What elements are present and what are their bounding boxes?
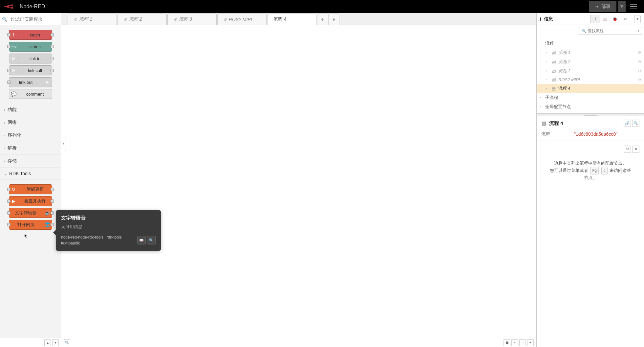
palette-collapse-down[interactable]: ▾	[52, 339, 59, 346]
category-解析[interactable]: ›解析	[0, 142, 61, 155]
zoom-out-button[interactable]: −	[511, 339, 518, 346]
node-tooltip: 文字转语音 无可用信息 node-red-node-rdk-tools : rd…	[56, 210, 161, 251]
chevron-right-icon: ›	[540, 105, 543, 108]
palette-node-status[interactable]: ⟿status	[9, 42, 52, 52]
chevron-down-icon: ⌄	[4, 172, 7, 175]
palette-node-检查并执行[interactable]: ▶检查并执行	[9, 196, 52, 206]
logo	[4, 4, 16, 10]
palette-scroll[interactable]: !catch⟿status➤link in➤link calllink out➤…	[0, 25, 61, 338]
tab-ROS2-MIPI[interactable]: ⊘ROS2 MIPI	[217, 13, 267, 25]
deploy-menu-caret[interactable]: ▼	[618, 1, 626, 12]
tree-subflows[interactable]: › 子流程	[537, 93, 644, 102]
palette-node-打开网页[interactable]: 打开网页🌐	[9, 220, 52, 230]
palette-search: 🔍	[0, 13, 61, 25]
node-port	[7, 211, 11, 215]
category-序列化[interactable]: ›序列化	[0, 129, 61, 142]
disabled-icon: ⊘	[637, 59, 641, 64]
chevron-right-icon: ›	[4, 121, 5, 125]
tooltip-search-button[interactable]: 🔍	[147, 236, 156, 244]
palette-node-link-call[interactable]: ➤link call	[9, 65, 52, 75]
flow-icon: ▤	[551, 78, 556, 82]
refresh-icon: ↻	[9, 185, 18, 194]
tree-global-config[interactable]: › 全局配置节点	[537, 102, 644, 111]
info-tab-info[interactable]: i	[590, 15, 600, 23]
info-tab-help[interactable]: 📖	[600, 15, 610, 23]
search-detail-button[interactable]: 🔍	[632, 120, 639, 127]
palette-node-智能更新[interactable]: ↻智能更新	[9, 184, 52, 194]
flow-canvas[interactable]: ‹	[61, 25, 536, 338]
palette-collapse-up[interactable]: ▴	[44, 339, 51, 346]
tooltip-help-button[interactable]: 📖	[137, 236, 146, 244]
arrow-icon: ➤	[9, 54, 18, 63]
navigator-button[interactable]: ▣	[504, 339, 510, 346]
category-功能[interactable]: ›功能	[0, 104, 61, 116]
hamburger-menu[interactable]	[627, 0, 640, 13]
comment-icon: 💬	[9, 89, 18, 99]
link-button[interactable]: 🔗	[624, 120, 631, 127]
flow-search-input[interactable]	[588, 29, 637, 33]
disabled-icon: ⊘	[637, 69, 641, 73]
node-label: status	[18, 44, 52, 49]
palette-collapse-handle[interactable]: ‹	[61, 137, 66, 151]
detail-flow-id: "1d6c803da5da6cc0"	[574, 131, 617, 137]
category-网络[interactable]: ›网络	[0, 116, 61, 129]
palette-node-comment[interactable]: 💬comment	[9, 89, 52, 99]
tooltip-title: 文字转语音	[61, 215, 156, 221]
tree-flow-ROS2-MIPI[interactable]: ›▤ROS2 MIPI⊘	[537, 76, 644, 84]
flow-icon: ▤	[551, 59, 556, 64]
tab-add-button[interactable]: +	[317, 13, 328, 25]
help-close-button[interactable]: ✕	[632, 146, 639, 153]
category-rdk-tools[interactable]: ⌄ RDK Tools	[0, 168, 61, 180]
tree-flow-流程-2[interactable]: ›▤流程 2⊘	[537, 57, 644, 66]
workspace-search-button[interactable]: 🔍	[64, 339, 70, 346]
info-tab-debug[interactable]: 🐞	[610, 15, 620, 23]
node-port	[51, 69, 54, 72]
flow-icon: ▤	[551, 86, 556, 91]
tab-流程-3[interactable]: ⊘流程 3	[167, 13, 217, 25]
flow-icon: ▤	[551, 69, 556, 73]
palette-node-link-in[interactable]: ➤link in	[9, 54, 52, 63]
search-caret-icon[interactable]: ▼	[637, 30, 640, 33]
app-title: Node-RED	[20, 4, 45, 10]
node-label: catch	[18, 33, 52, 37]
zoom-in-button[interactable]: +	[527, 339, 534, 346]
tree-root-flows[interactable]: ⌄ 流程	[537, 39, 644, 48]
node-label: link out	[9, 80, 43, 85]
node-port	[7, 81, 11, 84]
chevron-right-icon: ›	[4, 134, 5, 137]
zoom-reset-button[interactable]: ○	[519, 339, 526, 346]
tab-menu-button[interactable]: ▾	[328, 13, 339, 25]
deploy-button[interactable]: ⇥ 部署	[589, 1, 616, 12]
palette-node-文字转语音[interactable]: 文字转语音🔊	[9, 208, 52, 218]
tooltip-module: node-red-node-rdk-tools : rdk-tools	[61, 234, 122, 240]
disabled-icon: ⊘	[637, 78, 641, 82]
panel-resize-handle[interactable]	[537, 114, 644, 116]
palette-node-catch[interactable]: !catch	[9, 30, 52, 40]
chevron-right-icon: ›	[546, 51, 549, 54]
tree-flow-流程-1[interactable]: ›▤流程 1⊘	[537, 48, 644, 57]
!-icon: !	[9, 30, 18, 39]
node-port	[51, 223, 54, 226]
chevron-right-icon: ›	[546, 69, 549, 73]
tab-流程-1[interactable]: ⊘流程 1	[68, 13, 117, 25]
tree-flow-流程-3[interactable]: ›▤流程 3⊘	[537, 66, 644, 76]
search-icon: 🔍	[582, 29, 587, 33]
tab-流程-2[interactable]: ⊘流程 2	[118, 13, 167, 25]
node-port	[51, 188, 54, 191]
node-port	[7, 188, 11, 191]
palette-node-link-out[interactable]: link out➤	[9, 77, 52, 87]
chevron-right-icon: ›	[546, 87, 549, 90]
info-sidebar: i 信息 i 📖 🐞 ⚙ ▼ 🔍 ▼ ⌄ 流程 ›▤流程 1⊘›▤流程	[536, 13, 644, 347]
tab-流程-4[interactable]: 流程 4	[267, 13, 316, 25]
help-refresh-button[interactable]: ↻	[624, 146, 631, 153]
info-tab-more[interactable]: ▼	[634, 15, 641, 23]
node-port	[7, 45, 11, 48]
disabled-icon: ⊘	[224, 17, 227, 22]
flow-tree: ⌄ 流程 ›▤流程 1⊘›▤流程 2⊘›▤流程 3⊘›▤ROS2 MIPI⊘›▤…	[537, 37, 644, 114]
info-tab-config[interactable]: ⚙	[620, 15, 630, 23]
svg-rect-2	[11, 7, 13, 9]
category-存储[interactable]: ›存储	[0, 155, 61, 168]
tree-flow-流程-4[interactable]: ›▤流程 4	[537, 84, 644, 93]
palette-filter-input[interactable]	[9, 15, 59, 23]
node-label: link call	[18, 68, 52, 73]
